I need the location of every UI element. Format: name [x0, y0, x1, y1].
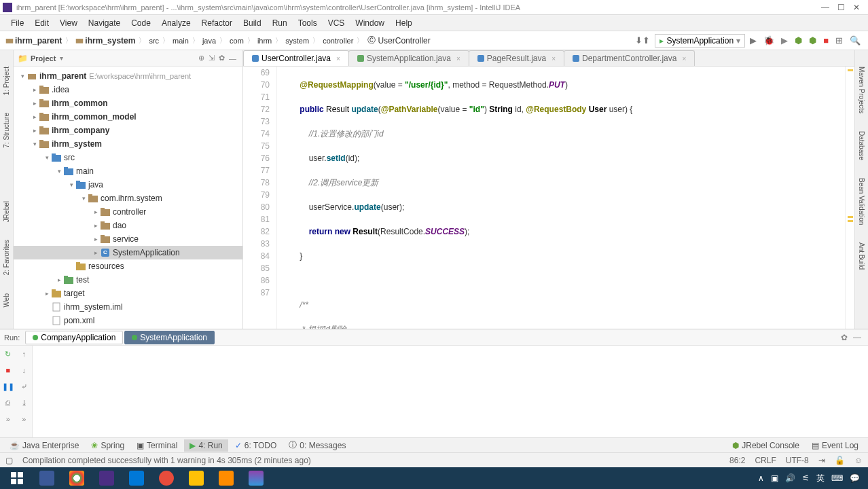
- read-only-lock-icon[interactable]: 🔓: [835, 456, 845, 465]
- settings-icon[interactable]: ✿: [217, 54, 227, 62]
- tool-bean-validation-tab[interactable]: Bean Validation: [856, 175, 867, 228]
- run-tab-company[interactable]: CompanyApplication: [25, 331, 123, 344]
- tool-windows-icon[interactable]: ▢: [5, 456, 13, 465]
- more-button[interactable]: »: [0, 411, 16, 427]
- tree-item-resources[interactable]: ▸resources: [14, 259, 242, 273]
- menu-view[interactable]: View: [54, 17, 83, 29]
- more2-button[interactable]: »: [16, 411, 33, 427]
- tab-messages[interactable]: ⓘ0: Messages: [283, 438, 351, 452]
- menu-vcs[interactable]: VCS: [323, 17, 350, 29]
- close-icon[interactable]: ×: [682, 55, 686, 62]
- tool-project-tab[interactable]: 1: Project: [1, 64, 12, 98]
- menu-navigate[interactable]: Navigate: [83, 17, 126, 29]
- jrebel-debug-icon[interactable]: ⬢: [807, 35, 818, 46]
- tree-item-ihrm-system-iml[interactable]: ▸ihrm_system.iml: [14, 300, 242, 314]
- tree-item-ihrm-system[interactable]: ▾ihrm_system: [14, 137, 242, 151]
- tab-todo[interactable]: ✓6: TODO: [230, 439, 283, 452]
- hide-icon[interactable]: —: [227, 54, 238, 62]
- tool-maven-tab[interactable]: Maven Projects: [856, 64, 867, 116]
- project-view-label[interactable]: Project: [31, 54, 56, 62]
- tab-terminal[interactable]: ▣Terminal: [131, 439, 183, 452]
- indent-indicator[interactable]: ⇥: [818, 456, 825, 465]
- crumb-0[interactable]: ihrm_parent: [5, 36, 62, 46]
- tree-root[interactable]: ▾ ihrm_parent E:\workspace\hrm\ihrm_pare…: [14, 69, 242, 83]
- menu-analyze[interactable]: Analyze: [156, 17, 196, 29]
- menu-refactor[interactable]: Refactor: [196, 17, 238, 29]
- dump-button[interactable]: ⎙: [0, 395, 16, 411]
- stop-button[interactable]: ■: [821, 35, 831, 46]
- stop-process-button[interactable]: ■: [0, 362, 16, 378]
- debug-button[interactable]: 🐞: [761, 35, 776, 46]
- tree-item-SystemApplication[interactable]: ▸CSystemApplication: [14, 246, 242, 259]
- error-stripe[interactable]: [845, 67, 854, 329]
- tree-item-com-ihrm-system[interactable]: ▾com.ihrm.system: [14, 192, 242, 205]
- project-view-dropdown[interactable]: ▾: [60, 54, 196, 62]
- rerun-button[interactable]: ↻: [0, 346, 16, 362]
- run-configuration-dropdown[interactable]: ▸SystemApplication▾: [655, 34, 745, 48]
- menu-edit[interactable]: Edit: [29, 17, 54, 29]
- tree-item-ihrm-common[interactable]: ▸ihrm_common: [14, 96, 242, 110]
- soft-wrap-button[interactable]: ⤶: [16, 378, 33, 395]
- project-tree[interactable]: ▾ ihrm_parent E:\workspace\hrm\ihrm_pare…: [14, 67, 242, 329]
- crumb-7[interactable]: system: [285, 37, 309, 45]
- jrebel-run-icon[interactable]: ⬢: [793, 35, 804, 46]
- code-editor[interactable]: 69707172737475767778798081828384858687 @…: [243, 67, 854, 329]
- tree-item-target[interactable]: ▸target: [14, 287, 242, 300]
- tree-item-dao[interactable]: ▸dao: [14, 219, 242, 232]
- close-icon[interactable]: ×: [551, 55, 556, 62]
- tree-item-test[interactable]: ▸test: [14, 273, 242, 287]
- caret-position[interactable]: 86:2: [729, 456, 745, 465]
- pause-button[interactable]: ❚❚: [0, 378, 16, 395]
- down-stack-button[interactable]: ↓: [16, 362, 33, 378]
- crumb-5[interactable]: com: [230, 37, 244, 45]
- search-icon[interactable]: 🔍: [848, 35, 863, 46]
- run-console[interactable]: [33, 346, 868, 437]
- crumb-3[interactable]: main: [173, 37, 189, 45]
- tab-pageresult[interactable]: PageResult.java×: [469, 50, 564, 66]
- maximize-button[interactable]: ☐: [837, 3, 845, 12]
- tab-run[interactable]: ▶4: Run: [184, 439, 228, 452]
- menu-help[interactable]: Help: [390, 17, 418, 29]
- crumb-9[interactable]: ⒸUserController: [367, 36, 430, 46]
- crumb-8[interactable]: controller: [323, 37, 353, 45]
- crumb-1[interactable]: ihrm_system: [75, 36, 135, 46]
- tab-jrebel-console[interactable]: ⬢JRebel Console: [727, 439, 805, 452]
- file-encoding[interactable]: UTF-8: [786, 456, 809, 465]
- start-button[interactable]: [3, 469, 31, 488]
- collapse-icon[interactable]: ⇲: [206, 54, 217, 62]
- crumb-6[interactable]: ihrm: [257, 37, 272, 45]
- taskbar-vscode[interactable]: [122, 469, 151, 488]
- run-hide-icon[interactable]: —: [850, 333, 864, 342]
- tab-usercontroller[interactable]: UserController.java×: [243, 50, 349, 66]
- crumb-4[interactable]: java: [202, 37, 216, 45]
- tree-item-pom-xml[interactable]: ▸pom.xml: [14, 314, 242, 327]
- taskbar-app-1[interactable]: [33, 469, 61, 488]
- taskbar-explorer[interactable]: [182, 469, 211, 488]
- tree-item-src[interactable]: ▾src: [14, 151, 242, 164]
- close-icon[interactable]: ×: [336, 55, 340, 62]
- system-tray[interactable]: ∧ ▣ 🔊 ⚟ 英 ⌨ 💬: [758, 473, 865, 484]
- tool-database-tab[interactable]: Database: [856, 128, 867, 163]
- crumb-2[interactable]: src: [149, 37, 159, 45]
- menu-tools[interactable]: Tools: [293, 17, 323, 29]
- run-settings-icon[interactable]: ✿: [838, 333, 850, 342]
- menu-code[interactable]: Code: [126, 17, 156, 29]
- close-button[interactable]: ✕: [853, 3, 860, 12]
- tool-favorites-tab[interactable]: 2: Favorites: [1, 237, 12, 278]
- menu-file[interactable]: File: [5, 17, 29, 29]
- taskbar-app-7[interactable]: [212, 469, 240, 488]
- tab-event-log[interactable]: ▤Event Log: [806, 439, 864, 452]
- taskbar-chrome[interactable]: [62, 469, 91, 488]
- run-tab-system[interactable]: SystemApplication: [124, 331, 215, 344]
- tab-java-enterprise[interactable]: ☕Java Enterprise: [4, 439, 84, 452]
- taskbar-app-8[interactable]: [242, 469, 270, 488]
- inspections-icon[interactable]: ☺: [854, 456, 863, 465]
- structure-icon[interactable]: ⊞: [833, 35, 845, 46]
- taskbar-intellij[interactable]: [92, 469, 121, 488]
- tree-item-ihrm-company[interactable]: ▸ihrm_company: [14, 124, 242, 137]
- tree-item-service[interactable]: ▸service: [14, 232, 242, 246]
- close-icon[interactable]: ×: [456, 55, 460, 62]
- tab-departmentcontroller[interactable]: DepartmentController.java×: [564, 50, 695, 66]
- code-content[interactable]: @RequestMapping(value = "/user/{id}", me…: [277, 67, 845, 329]
- menu-run[interactable]: Run: [267, 17, 293, 29]
